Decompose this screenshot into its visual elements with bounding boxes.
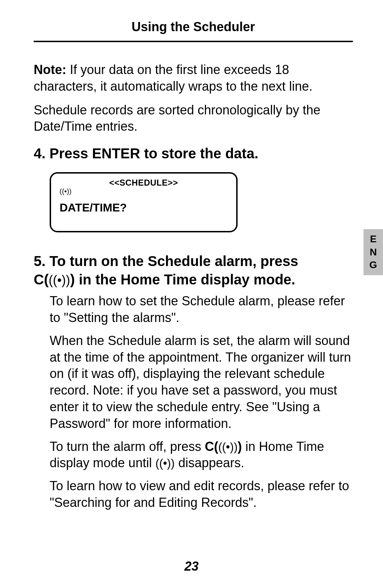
alarm-icon: ((•)) xyxy=(155,457,175,470)
learn-set-paragraph: To learn how to set the Schedule alarm, … xyxy=(50,293,353,326)
lcd-screen-illustration: <<SCHEDULE>> ((•)) DATE/TIME? xyxy=(50,172,238,232)
tab-letter: G xyxy=(370,259,377,271)
learn-view-paragraph: To learn how to view and edit records, p… xyxy=(50,478,353,511)
page-number: 23 xyxy=(0,559,383,574)
tab-letter: E xyxy=(370,233,377,245)
note-text: If your data on the first line exceeds 1… xyxy=(34,62,312,94)
screen-prompt: DATE/TIME? xyxy=(60,201,230,214)
screen-icon-row: ((•)) xyxy=(57,188,230,196)
off-pre: To turn the alarm off, press xyxy=(50,439,205,454)
step5-body: To learn how to set the Schedule alarm, … xyxy=(50,293,353,511)
manual-page: Using the Scheduler Note: If your data o… xyxy=(0,0,383,588)
step-4-heading: 4. Press ENTER to store the data. xyxy=(34,146,353,162)
note-paragraph: Note: If your data on the first line exc… xyxy=(34,62,353,95)
tab-letter: N xyxy=(370,246,377,259)
language-tab-eng: E N G xyxy=(363,229,383,275)
off-end: disappears. xyxy=(175,456,244,470)
screen-title: <<SCHEDULE>> xyxy=(57,178,230,188)
c-key-close: ) xyxy=(238,439,242,454)
note-label: Note: xyxy=(34,62,66,77)
step5-c-key: C( xyxy=(34,272,49,287)
step5-line2-rest: ) in the Home Time display mode. xyxy=(70,272,295,287)
alarm-icon: ((•)) xyxy=(60,188,72,195)
c-key: C( xyxy=(205,439,218,454)
step5-line1: 5. To turn on the Schedule alarm, press xyxy=(34,253,298,269)
turn-off-paragraph: To turn the alarm off, press C(((•))) in… xyxy=(50,439,353,472)
alarm-icon: ((•)) xyxy=(49,273,70,287)
when-set-paragraph: When the Schedule alarm is set, the alar… xyxy=(50,333,353,432)
step-5-heading: 5. To turn on the Schedule alarm, press … xyxy=(34,252,353,289)
page-title: Using the Scheduler xyxy=(34,19,353,42)
alarm-icon: ((•)) xyxy=(218,441,238,453)
sort-paragraph: Schedule records are sorted chronologica… xyxy=(34,102,353,135)
